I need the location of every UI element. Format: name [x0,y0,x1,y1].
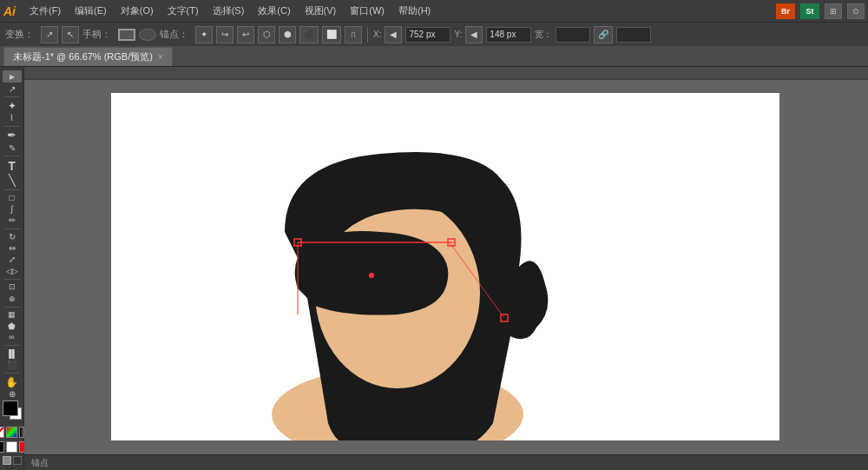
anchor-btn-3[interactable]: ↩ [237,26,254,43]
anchor-btn-6[interactable]: ⬛ [299,26,319,43]
white-swatch[interactable] [6,441,17,453]
app-logo: Ai [3,4,16,18]
column-graph-tool[interactable]: ▐▌ [3,348,22,359]
anchor-btn-4[interactable]: ⬡ [258,26,275,43]
shape-builder-tool[interactable]: ⊕ [3,293,22,303]
canvas-area[interactable]: 锚点 [24,67,868,470]
x-label: X: [373,30,381,39]
status-bar: 锚点 [24,454,868,470]
main-area: ▸ ↗ ✦ ⌇ ✒ ✎ T ╲ □ ∫ ✏ ↻ ⇔ ⤢ ◁▷ ⊡ ⊕ ▦ ⬟ ∞… [0,67,868,470]
y-coord-prev[interactable]: ◀ [465,26,483,43]
fill-swatch[interactable] [3,400,18,416]
tool-sep-1 [4,96,20,97]
transform-btn-2[interactable]: ↖ [62,26,79,43]
tool-sep-5 [4,228,20,229]
ruler-top-marks [24,67,868,80]
link-icon[interactable]: 🔗 [594,26,613,43]
tool-sep-9 [4,373,20,374]
direct-select-tool[interactable]: ↗ [3,83,22,94]
anchor-btn-7[interactable]: ⬜ [322,26,341,43]
width-tool[interactable]: ◁▷ [3,266,22,276]
menu-item-view[interactable]: 视图(V) [298,3,344,19]
y-coord-input[interactable] [486,27,531,43]
tool-sep-2 [4,126,20,127]
anchor-btn-2[interactable]: ↪ [216,26,233,43]
menu-item-file[interactable]: 文件(F) [23,3,68,19]
anchor-btn-5[interactable]: ⬢ [279,26,296,43]
paintbrush-tool[interactable]: ∫ [3,204,22,215]
tool-sep-4 [4,189,20,190]
tab-title: 未标题-1* @ 66.67% (RGB/预览) [13,50,153,63]
menu-item-select[interactable]: 选择(S) [206,3,252,19]
pencil-tool[interactable]: ✏ [3,215,22,226]
illustration-svg [111,93,779,440]
lasso-tool[interactable]: ⌇ [3,113,22,123]
ruler-top [24,67,868,80]
menu-item-text[interactable]: 文字(T) [161,3,206,19]
tool-sep-3 [4,156,20,156]
color-mode-swatch[interactable] [6,427,17,438]
menu-item-window[interactable]: 窗口(W) [343,3,391,19]
reflect-tool[interactable]: ⇔ [3,243,22,254]
handle-btn-circle[interactable] [139,29,156,41]
menu-item-help[interactable]: 帮助(H) [391,3,437,19]
menu-item-edit[interactable]: 编辑(E) [68,3,114,19]
pen-tool[interactable]: ✒ [3,129,22,142]
free-transform-tool[interactable]: ⊡ [3,281,22,292]
left-toolbar: ▸ ↗ ✦ ⌇ ✒ ✎ T ╲ □ ∫ ✏ ↻ ⇔ ⤢ ◁▷ ⊡ ⊕ ▦ ⬟ ∞… [0,67,24,470]
rotate-tool[interactable]: ↻ [3,231,22,242]
transform-label: 变换： [5,28,34,41]
app-icon[interactable]: ⊙ [847,3,865,19]
tab-bar: 未标题-1* @ 66.67% (RGB/预览) × [0,46,868,67]
selection-tool[interactable]: ▸ [3,70,22,83]
handle-btn-square[interactable] [118,29,135,41]
menu-item-effect[interactable]: 效果(C) [251,3,297,19]
grid-icon[interactable]: ⊞ [825,3,842,19]
toolbar: 变换： ↗ ↖ 手柄： 锚点： ✦ ↪ ↩ ⬡ ⬢ ⬛ ⬜ ⎍ X: ◀ Y: … [0,22,868,46]
rectangle-tool[interactable]: □ [3,193,22,203]
add-anchor-tool[interactable]: ✎ [3,142,22,153]
view-toggle-2[interactable] [13,456,22,465]
zoom-tool[interactable]: ⊕ [3,389,22,400]
tool-sep-6 [4,279,20,280]
document-tab[interactable]: 未标题-1* @ 66.67% (RGB/预览) × [3,47,173,66]
magic-wand-tool[interactable]: ✦ [3,100,22,112]
menu-bar: Ai 文件(F) 编辑(E) 对象(O) 文字(T) 选择(S) 效果(C) 视… [0,0,868,22]
color-swatch-area [2,400,23,465]
tab-close-btn[interactable]: × [158,52,163,62]
height-input[interactable] [616,27,651,43]
right-icons: Br St ⊞ ⊙ [776,3,865,19]
center-point [369,273,374,278]
stock-icon[interactable]: St [800,3,819,19]
anchor-btn-1[interactable]: ✦ [195,26,213,43]
blend-tool[interactable]: ∞ [3,332,22,342]
tool-sep-8 [4,345,20,346]
handle-label: 手柄： [82,28,111,41]
artboard [111,93,779,440]
transform-btn-1[interactable]: ↗ [41,26,58,43]
x-coord-input[interactable] [405,27,450,43]
line-tool[interactable]: ╲ [3,174,22,187]
width-input[interactable] [556,27,590,43]
artboard-tool[interactable]: ⬛ [3,360,22,370]
view-toggle-1[interactable] [3,456,11,465]
toolbar-sep-1 [367,27,368,43]
black-swatch[interactable] [0,441,4,453]
scale-tool[interactable]: ⤢ [3,255,22,265]
type-tool[interactable]: T [3,159,22,173]
width-label: 宽： [535,29,552,41]
status-anchor: 锚点 [31,457,49,469]
eyedropper-tool[interactable]: ⬟ [3,321,22,331]
y-label: Y: [454,30,462,39]
anchor-btn-8[interactable]: ⎍ [345,26,362,43]
hand-tool[interactable]: ✋ [3,376,22,388]
menu-item-object[interactable]: 对象(O) [114,3,161,19]
bridge-icon[interactable]: Br [776,3,795,19]
gradient-tool[interactable]: ▦ [3,309,22,320]
x-coord-prev[interactable]: ◀ [385,26,402,43]
anchor-label: 锚点： [160,28,188,41]
svg-rect-0 [24,67,868,80]
none-swatch[interactable] [0,427,4,438]
tool-sep-7 [4,307,20,308]
